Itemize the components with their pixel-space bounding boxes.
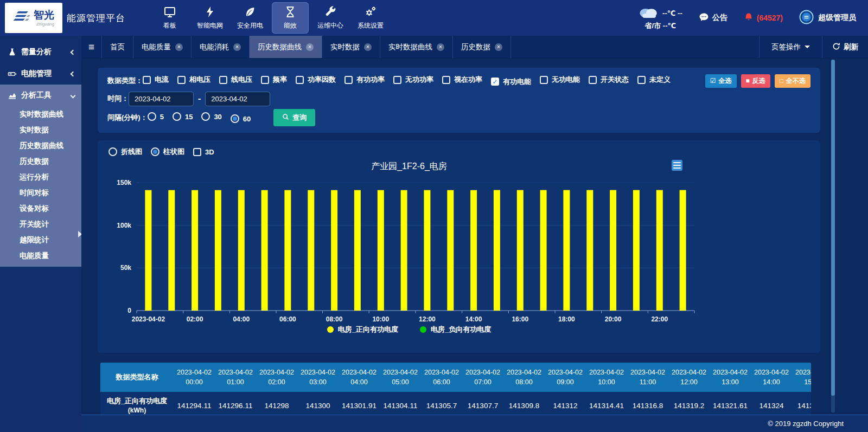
nav-item-安全用电[interactable]: 安全用电 (232, 2, 269, 34)
sidebar-item-实时数据[interactable]: 实时数据 (0, 122, 81, 138)
checkbox-icon[interactable] (143, 76, 151, 84)
chart-bar[interactable] (284, 190, 291, 311)
checkbox-icon[interactable] (177, 76, 186, 84)
legend-item-电房_正向有功电度[interactable]: 电房_正向有功电度 (327, 325, 398, 334)
sidebar-item-电能质量[interactable]: 电能质量 (0, 248, 81, 263)
date-to-input[interactable] (205, 92, 270, 106)
checkbox-功率因数[interactable]: 功率因数 (296, 75, 336, 85)
chart-type-折线图[interactable]: 折线图 (108, 147, 142, 157)
checkbox-相电压[interactable]: 相电压 (177, 75, 210, 85)
chart-bar[interactable] (354, 190, 361, 311)
checkbox-icon[interactable] (637, 76, 646, 84)
chart-bar[interactable] (586, 190, 593, 311)
sidebar-item-时间对标[interactable]: 时间对标 (0, 185, 81, 201)
checkbox-icon[interactable] (219, 76, 227, 84)
checkbox-有功功率[interactable]: 有功功率 (344, 75, 385, 85)
checkbox-icon[interactable] (296, 76, 304, 84)
date-from-input[interactable] (129, 92, 194, 106)
tab-close-icon[interactable]: × (364, 43, 372, 51)
sidebar-item-越限统计[interactable]: 越限统计 (0, 232, 81, 248)
radio-icon[interactable] (173, 112, 181, 121)
chart-bar[interactable] (633, 190, 640, 311)
checkbox-无功电能[interactable]: 无功电能 (540, 75, 580, 85)
sidebar-item-开关统计[interactable]: 开关统计 (0, 216, 81, 232)
chart-toolbox-icon[interactable] (672, 160, 682, 171)
tab-close-icon[interactable]: × (495, 43, 502, 51)
chart-bar[interactable] (494, 190, 500, 311)
sidebar-group-header-需量分析[interactable]: 需量分析 (0, 41, 81, 63)
chart-bar[interactable] (215, 190, 221, 311)
checkbox-icon[interactable] (344, 76, 353, 84)
checkbox-电流[interactable]: 电流 (143, 75, 169, 85)
radio-icon[interactable] (231, 114, 239, 123)
nav-item-系统设置[interactable]: 系统设置 (352, 2, 389, 34)
user-menu[interactable]: 超级管理员 (799, 10, 856, 26)
checkbox-icon[interactable] (442, 76, 450, 84)
checkbox-未定义[interactable]: 未定义 (637, 75, 671, 85)
nav-item-能效[interactable]: 能效 (272, 2, 309, 34)
checkbox-线电压[interactable]: 线电压 (219, 75, 252, 85)
checkbox-icon[interactable] (193, 148, 201, 156)
radio-icon[interactable] (151, 147, 159, 156)
checkbox-checked-icon[interactable]: ✓ (491, 78, 499, 86)
tab-电能消耗[interactable]: 电能消耗× (192, 36, 250, 58)
hamburger-menu-icon[interactable]: ≡ (81, 36, 102, 58)
chart-bar[interactable] (563, 190, 570, 311)
chart-type-3D[interactable]: 3D (193, 148, 214, 156)
sidebar-group-header-电能管理[interactable]: 电能管理 (0, 63, 81, 85)
radio-interval-60[interactable]: 60 (231, 114, 251, 123)
radio-icon[interactable] (108, 147, 117, 156)
tab-实时数据曲线[interactable]: 实时数据曲线× (380, 36, 453, 58)
select-all-button[interactable]: ☑全选 (705, 74, 737, 88)
chart-bar[interactable] (238, 190, 245, 311)
radio-interval-5[interactable]: 5 (148, 112, 164, 121)
query-button[interactable]: 查询 (273, 109, 315, 126)
tab-历史数据[interactable]: 历史数据× (453, 36, 511, 58)
chart-bar[interactable] (308, 190, 314, 311)
notice-button[interactable]: 公告 (699, 12, 727, 24)
vertical-scrollbar[interactable] (831, 60, 835, 412)
chart-bar[interactable] (261, 190, 268, 311)
sidebar-item-历史数据[interactable]: 历史数据 (0, 153, 81, 169)
tab-首页[interactable]: 首页 (102, 36, 133, 58)
chart-bar[interactable] (192, 190, 198, 311)
tab-电能质量[interactable]: 电能质量× (133, 36, 192, 58)
tab-operations-dropdown[interactable]: 页签操作 (759, 36, 822, 58)
checkbox-视在功率[interactable]: 视在功率 (442, 75, 482, 85)
checkbox-频率[interactable]: 频率 (261, 75, 287, 85)
nav-item-智能电网[interactable]: 智能电网 (192, 2, 228, 34)
tab-close-icon[interactable]: × (233, 43, 241, 51)
chart-bar[interactable] (680, 190, 686, 311)
checkbox-icon[interactable] (393, 76, 401, 84)
select-none-button[interactable]: □全不选 (775, 74, 810, 88)
checkbox-无功功率[interactable]: 无功功率 (393, 75, 433, 85)
tab-历史数据曲线[interactable]: 历史数据曲线× (250, 36, 322, 58)
radio-interval-15[interactable]: 15 (173, 112, 193, 121)
chart-bar[interactable] (470, 190, 477, 311)
nav-item-看板[interactable]: 看板 (151, 2, 188, 34)
chart-bar[interactable] (331, 190, 337, 311)
tab-实时数据[interactable]: 实时数据× (322, 36, 380, 58)
chart-bar[interactable] (447, 190, 454, 311)
radio-icon[interactable] (148, 112, 156, 121)
checkbox-有功电能[interactable]: ✓有功电能 (491, 77, 531, 87)
checkbox-icon[interactable] (261, 76, 269, 84)
legend-item-电房_负向有功电度[interactable]: 电房_负向有功电度 (420, 325, 491, 334)
chart-bar[interactable] (378, 190, 384, 311)
checkbox-icon[interactable] (589, 76, 597, 84)
chart-bar[interactable] (517, 190, 524, 311)
checkbox-开关状态[interactable]: 开关状态 (589, 75, 629, 85)
chart-bar[interactable] (168, 190, 175, 311)
chart-bar[interactable] (656, 190, 663, 311)
chart-bar[interactable] (401, 190, 407, 311)
scrollbar-thumb[interactable] (831, 60, 835, 396)
sidebar-group-header-分析工具[interactable]: 分析工具 (0, 85, 81, 106)
nav-item-运维中心[interactable]: 运维中心 (312, 2, 349, 34)
tab-close-icon[interactable]: × (175, 43, 183, 51)
chart-bar[interactable] (145, 190, 151, 311)
sidebar-item-实时数据曲线[interactable]: 实时数据曲线 (0, 106, 81, 122)
alarm-button[interactable]: (64527) (744, 12, 783, 24)
chart-type-柱状图[interactable]: 柱状图 (151, 147, 184, 157)
chart-bar[interactable] (424, 190, 430, 311)
invert-selection-button[interactable]: ■反选 (741, 74, 770, 88)
